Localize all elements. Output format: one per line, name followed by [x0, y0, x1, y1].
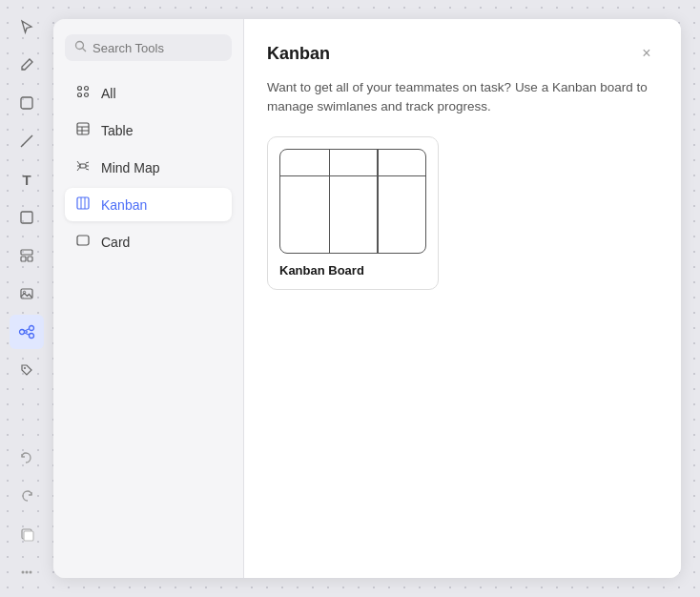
- svg-rect-40: [77, 236, 89, 245]
- svg-line-31: [77, 161, 80, 165]
- svg-line-36: [86, 169, 89, 170]
- layout-icon[interactable]: [10, 238, 44, 273]
- cursor-icon[interactable]: [10, 10, 44, 44]
- svg-rect-2: [21, 212, 32, 223]
- svg-point-8: [20, 330, 25, 335]
- kanban-header-divider-2: [377, 150, 379, 176]
- tool-label-card: Card: [101, 235, 130, 250]
- svg-rect-16: [24, 531, 33, 541]
- more-icon[interactable]: [10, 555, 44, 589]
- svg-point-10: [30, 334, 34, 339]
- svg-rect-26: [77, 123, 89, 134]
- svg-line-34: [86, 162, 89, 163]
- tool-item-kanban[interactable]: Kanban: [65, 188, 232, 221]
- svg-rect-37: [77, 197, 89, 209]
- all-icon: [74, 84, 92, 102]
- kanban-header-row: [280, 150, 425, 176]
- tool-label-all: All: [101, 86, 116, 101]
- kanban-preview-image: [279, 149, 426, 254]
- kanban-icon: [74, 196, 92, 214]
- svg-point-13: [26, 331, 28, 333]
- search-icon: [74, 40, 87, 55]
- tool-label-kanban: Kanban: [101, 197, 147, 213]
- kanban-preview-card[interactable]: Kanban Board: [267, 136, 439, 290]
- svg-line-1: [21, 135, 32, 147]
- tool-item-all[interactable]: All: [65, 76, 232, 110]
- line-icon[interactable]: [10, 124, 44, 158]
- svg-line-12: [25, 333, 30, 335]
- svg-rect-3: [21, 250, 32, 255]
- detail-title: Kanban: [267, 44, 330, 64]
- main-panel: All Table Mind Map: [53, 0, 700, 597]
- table-icon: [74, 121, 92, 139]
- kanban-body-divider-2: [377, 176, 379, 253]
- undo-icon[interactable]: [10, 441, 44, 475]
- svg-line-33: [77, 167, 80, 171]
- svg-rect-30: [80, 164, 86, 168]
- svg-line-21: [83, 49, 87, 52]
- detail-description: Want to get all of your teammates on tas…: [267, 78, 658, 117]
- svg-point-25: [85, 93, 89, 97]
- svg-rect-4: [21, 257, 26, 261]
- card-icon: [74, 233, 92, 251]
- svg-line-11: [25, 329, 30, 331]
- smart-connect-icon[interactable]: [10, 315, 44, 349]
- svg-point-18: [26, 571, 29, 574]
- kanban-body-divider-1: [329, 176, 331, 253]
- svg-point-17: [22, 571, 25, 574]
- layers-icon[interactable]: [10, 517, 44, 551]
- search-input[interactable]: [93, 41, 222, 55]
- svg-point-9: [30, 326, 34, 331]
- image-icon[interactable]: [10, 277, 44, 311]
- tool-label-mind-map: Mind Map: [101, 160, 159, 175]
- svg-point-19: [30, 571, 32, 574]
- tools-sidebar: All Table Mind Map: [53, 19, 244, 578]
- svg-point-14: [24, 367, 26, 369]
- tool-item-card[interactable]: Card: [65, 225, 232, 258]
- mind-map-icon: [74, 158, 92, 176]
- tool-label-table: Table: [101, 123, 133, 138]
- text-icon[interactable]: T: [10, 162, 44, 196]
- svg-point-22: [78, 87, 82, 91]
- tool-item-table[interactable]: Table: [65, 113, 232, 147]
- svg-rect-6: [21, 289, 32, 298]
- panel-content: All Table Mind Map: [53, 19, 681, 578]
- tag-icon[interactable]: [10, 353, 44, 387]
- pen-icon[interactable]: [10, 48, 44, 82]
- frame-icon[interactable]: [10, 200, 44, 235]
- detail-panel: Kanban × Want to get all of your teammat…: [244, 19, 681, 578]
- svg-point-24: [78, 93, 82, 97]
- kanban-header-divider-1: [329, 150, 331, 176]
- detail-header: Kanban ×: [267, 42, 658, 65]
- svg-rect-5: [28, 257, 32, 261]
- close-button[interactable]: ×: [635, 42, 658, 65]
- tool-item-mind-map[interactable]: Mind Map: [65, 151, 232, 184]
- svg-point-20: [76, 42, 84, 50]
- app-container: T: [0, 0, 700, 597]
- search-bar[interactable]: [65, 34, 232, 61]
- svg-rect-0: [21, 97, 32, 109]
- left-toolbar: T: [0, 0, 53, 597]
- preview-label: Kanban Board: [279, 263, 426, 278]
- svg-point-23: [85, 87, 89, 91]
- shape-icon[interactable]: [10, 86, 44, 120]
- redo-icon[interactable]: [10, 479, 44, 513]
